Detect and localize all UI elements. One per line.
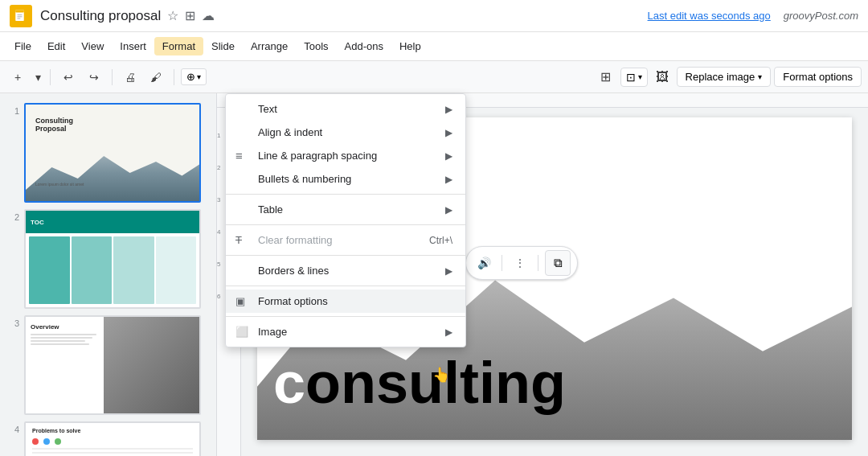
format-menu-clear-formatting[interactable]: T Clear formatting Ctrl+\ [226, 228, 465, 252]
slide4-dots [26, 435, 199, 448]
slide-thumb-4[interactable]: Problems to solve [24, 421, 201, 456]
crop-icon: ⊡ [626, 71, 636, 84]
image-button[interactable]: 🖼 [651, 66, 674, 88]
toolbar: + ▾ ↩ ↪ 🖨 🖌 ⊕ ▾ ⊞ ⊡ ▾ 🖼 Replace image ▾ … [0, 61, 868, 93]
menu-item-help[interactable]: Help [391, 37, 429, 55]
undo-button[interactable]: ↩ [57, 66, 80, 88]
zoom-icon: ⊕ [186, 71, 195, 83]
slide-thumb-3[interactable]: Overview [24, 315, 201, 415]
slide4-line-1 [32, 448, 193, 450]
slide-item-3[interactable]: 3 Overview [0, 312, 216, 418]
last-edit-link[interactable]: Last edit was seconds ago [648, 10, 771, 22]
slide3-line-4 [31, 343, 89, 345]
menu-divider-1 [226, 194, 465, 195]
slide1-content: ConsultingProposal Lorem ipsum dolor sit… [26, 105, 199, 201]
print-button[interactable]: 🖨 [119, 66, 141, 88]
menu-divider-4 [226, 286, 465, 286]
format-options-icon: ▣ [235, 295, 245, 307]
title-icon-group: ☆ ⊞ ☁ [167, 8, 215, 23]
toolbar-sep-1 [50, 69, 51, 85]
document-title: Consulting proposal [40, 8, 161, 24]
format-options-label: Format options [783, 71, 853, 83]
format-menu-align-indent[interactable]: Align & indent ▶ [226, 121, 465, 144]
redo-button[interactable]: ↪ [83, 66, 105, 88]
more-options-icon[interactable]: ⋮ [509, 252, 531, 274]
crop-button[interactable]: ⊡ ▾ [620, 68, 648, 87]
menu-item-addons[interactable]: Add-ons [337, 37, 391, 55]
svg-rect-1 [15, 10, 24, 12]
format-align-indent-arrow: ▶ [445, 127, 452, 138]
external-link-button[interactable]: ⧉ [545, 250, 571, 276]
v-mark-3: 3 [217, 196, 220, 203]
toolbar-sep-3 [174, 69, 174, 85]
float-sep-1 [502, 255, 502, 271]
canvas-big-text-c: c [273, 351, 305, 415]
menu-item-insert[interactable]: Insert [112, 37, 154, 55]
v-mark-6: 6 [217, 293, 220, 300]
slide-item-1[interactable]: 1 ConsultingProposal Lorem ipsum dolor s… [0, 100, 216, 206]
mask-button[interactable]: ⊞ [595, 66, 617, 88]
menu-divider-3 [226, 255, 465, 256]
slide-number-3: 3 [6, 315, 19, 328]
slide3-line-2 [31, 337, 92, 339]
slide3-content: Overview [26, 317, 199, 413]
menu-bar: File Edit View Insert Format Slide Arran… [0, 32, 868, 61]
slide3-line-3 [31, 340, 85, 342]
paint-format-button[interactable]: 🖌 [145, 66, 167, 88]
menu-item-tools[interactable]: Tools [296, 37, 336, 55]
v-mark-4: 4 [217, 228, 220, 236]
format-align-indent-label: Align & indent [258, 126, 445, 138]
slide3-line-1 [31, 334, 96, 335]
format-borders-arrow: ▶ [445, 265, 452, 277]
format-table-arrow: ▶ [445, 204, 452, 216]
v-mark-1: 1 [217, 132, 220, 139]
volume-icon[interactable]: 🔊 [473, 252, 495, 274]
menu-divider-2 [226, 224, 465, 225]
format-menu-format-options[interactable]: ▣ Format options [226, 290, 465, 313]
slide4-title: Problems to solve [26, 423, 199, 435]
replace-image-button[interactable]: Replace image ▾ [677, 67, 772, 87]
menu-item-slide[interactable]: Slide [203, 37, 243, 55]
format-dropdown-menu: Text ▶ Align & indent ▶ ≡ Line & paragra… [225, 93, 466, 347]
slide-item-2[interactable]: 2 TOC [0, 206, 216, 312]
format-borders-label: Borders & lines [258, 265, 445, 277]
format-menu-text[interactable]: Text ▶ [226, 97, 465, 121]
format-clear-formatting-label: Clear formatting [258, 234, 429, 246]
menu-item-format[interactable]: Format [154, 37, 203, 55]
slides-panel: 1 ConsultingProposal Lorem ipsum dolor s… [0, 93, 217, 456]
menu-divider-5 [226, 316, 465, 317]
slide-thumb-2[interactable]: TOC [24, 209, 201, 309]
slide4-lines [26, 448, 199, 456]
float-controls: 🔊 ⋮ ⧉ [465, 246, 578, 280]
menu-item-arrange[interactable]: Arrange [243, 37, 296, 55]
slide-item-4[interactable]: 4 Problems to solve [0, 418, 216, 456]
menu-item-file[interactable]: File [6, 37, 39, 55]
format-menu-line-spacing[interactable]: ≡ Line & paragraph spacing ▶ [226, 144, 465, 167]
format-menu-table[interactable]: Table ▶ [226, 198, 465, 221]
slide-thumb-1[interactable]: ConsultingProposal Lorem ipsum dolor sit… [24, 103, 201, 203]
menu-item-edit[interactable]: Edit [39, 37, 73, 55]
menu-item-view[interactable]: View [73, 37, 112, 55]
slide1-subtext: Lorem ipsum dolor sit amet [35, 182, 84, 187]
cloud-icon[interactable]: ☁ [202, 8, 215, 23]
add-button[interactable]: + [6, 66, 29, 88]
star-icon[interactable]: ☆ [167, 8, 178, 23]
format-bullets-label: Bullets & numbering [258, 173, 445, 185]
folder-icon[interactable]: ⊞ [185, 8, 195, 23]
watermark: groovyPost.com [784, 10, 858, 22]
line-spacing-icon: ≡ [235, 149, 243, 162]
format-options-toolbar-button[interactable]: Format options [774, 67, 862, 87]
v-mark-2: 2 [217, 164, 220, 171]
slide3-text-area: Overview [31, 323, 104, 347]
format-menu-borders[interactable]: Borders & lines ▶ [226, 259, 465, 282]
zoom-control[interactable]: ⊕ ▾ [181, 68, 207, 85]
add-chevron[interactable]: ▾ [32, 66, 43, 88]
format-menu-bullets[interactable]: Bullets & numbering ▶ [226, 167, 465, 191]
float-sep-2 [538, 255, 538, 271]
slide2-cell-3 [113, 236, 154, 304]
slide2-cell-4 [156, 236, 197, 304]
slide4-dot-1 [32, 438, 39, 445]
format-options-menu-label: Format options [258, 295, 452, 307]
format-menu-image[interactable]: ⬜ Image ▶ [226, 320, 465, 343]
slide2-header: TOC [26, 211, 199, 233]
